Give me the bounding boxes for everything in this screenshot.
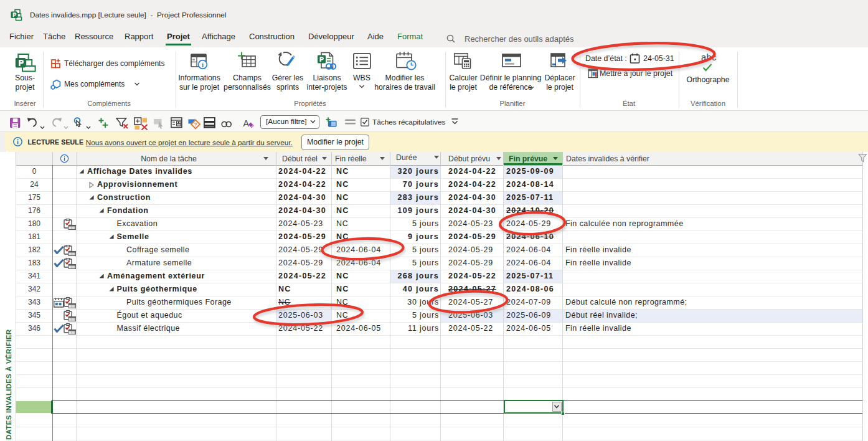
- svg-text:i: i: [202, 62, 204, 69]
- svg-text:DATES INVALIDES À VÉRIFIER: DATES INVALIDES À VÉRIFIER: [5, 329, 12, 440]
- svg-text:A: A: [243, 118, 250, 128]
- svg-text:?: ?: [194, 121, 197, 128]
